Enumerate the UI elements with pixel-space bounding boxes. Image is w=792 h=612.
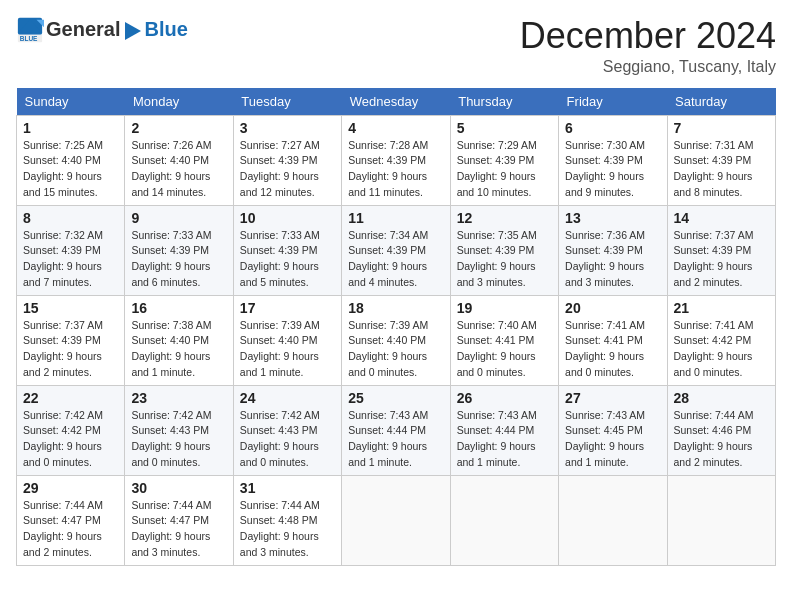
col-header-wednesday: Wednesday xyxy=(342,88,450,116)
calendar-cell: 19Sunrise: 7:40 AMSunset: 4:41 PMDayligh… xyxy=(450,295,558,385)
day-info: Sunrise: 7:41 AMSunset: 4:41 PMDaylight:… xyxy=(565,318,660,381)
day-number: 12 xyxy=(457,210,552,226)
day-number: 20 xyxy=(565,300,660,316)
calendar-cell: 10Sunrise: 7:33 AMSunset: 4:39 PMDayligh… xyxy=(233,205,341,295)
day-number: 28 xyxy=(674,390,769,406)
day-number: 15 xyxy=(23,300,118,316)
svg-marker-5 xyxy=(125,22,141,40)
calendar-cell: 9Sunrise: 7:33 AMSunset: 4:39 PMDaylight… xyxy=(125,205,233,295)
calendar-cell: 23Sunrise: 7:42 AMSunset: 4:43 PMDayligh… xyxy=(125,385,233,475)
logo-flag-icon xyxy=(121,20,143,42)
day-info: Sunrise: 7:42 AMSunset: 4:43 PMDaylight:… xyxy=(131,408,226,471)
calendar-cell: 22Sunrise: 7:42 AMSunset: 4:42 PMDayligh… xyxy=(17,385,125,475)
day-number: 6 xyxy=(565,120,660,136)
calendar-cell: 13Sunrise: 7:36 AMSunset: 4:39 PMDayligh… xyxy=(559,205,667,295)
day-number: 26 xyxy=(457,390,552,406)
day-info: Sunrise: 7:25 AMSunset: 4:40 PMDaylight:… xyxy=(23,138,118,201)
day-info: Sunrise: 7:26 AMSunset: 4:40 PMDaylight:… xyxy=(131,138,226,201)
calendar-cell: 11Sunrise: 7:34 AMSunset: 4:39 PMDayligh… xyxy=(342,205,450,295)
col-header-thursday: Thursday xyxy=(450,88,558,116)
location: Seggiano, Tuscany, Italy xyxy=(520,58,776,76)
calendar-header-row: SundayMondayTuesdayWednesdayThursdayFrid… xyxy=(17,88,776,116)
day-info: Sunrise: 7:39 AMSunset: 4:40 PMDaylight:… xyxy=(240,318,335,381)
day-number: 7 xyxy=(674,120,769,136)
calendar-cell: 6Sunrise: 7:30 AMSunset: 4:39 PMDaylight… xyxy=(559,115,667,205)
day-info: Sunrise: 7:42 AMSunset: 4:42 PMDaylight:… xyxy=(23,408,118,471)
day-info: Sunrise: 7:27 AMSunset: 4:39 PMDaylight:… xyxy=(240,138,335,201)
day-info: Sunrise: 7:39 AMSunset: 4:40 PMDaylight:… xyxy=(348,318,443,381)
day-number: 21 xyxy=(674,300,769,316)
day-number: 1 xyxy=(23,120,118,136)
title-block: December 2024 Seggiano, Tuscany, Italy xyxy=(520,16,776,76)
day-info: Sunrise: 7:37 AMSunset: 4:39 PMDaylight:… xyxy=(23,318,118,381)
calendar-cell: 12Sunrise: 7:35 AMSunset: 4:39 PMDayligh… xyxy=(450,205,558,295)
day-info: Sunrise: 7:38 AMSunset: 4:40 PMDaylight:… xyxy=(131,318,226,381)
day-info: Sunrise: 7:44 AMSunset: 4:47 PMDaylight:… xyxy=(23,498,118,561)
calendar-cell: 16Sunrise: 7:38 AMSunset: 4:40 PMDayligh… xyxy=(125,295,233,385)
day-info: Sunrise: 7:40 AMSunset: 4:41 PMDaylight:… xyxy=(457,318,552,381)
day-info: Sunrise: 7:36 AMSunset: 4:39 PMDaylight:… xyxy=(565,228,660,291)
day-number: 29 xyxy=(23,480,118,496)
day-info: Sunrise: 7:35 AMSunset: 4:39 PMDaylight:… xyxy=(457,228,552,291)
col-header-saturday: Saturday xyxy=(667,88,775,116)
calendar-cell: 18Sunrise: 7:39 AMSunset: 4:40 PMDayligh… xyxy=(342,295,450,385)
month-title: December 2024 xyxy=(520,16,776,56)
logo: BLUE GeneralBlue xyxy=(16,16,188,44)
col-header-friday: Friday xyxy=(559,88,667,116)
day-info: Sunrise: 7:44 AMSunset: 4:48 PMDaylight:… xyxy=(240,498,335,561)
calendar-cell: 28Sunrise: 7:44 AMSunset: 4:46 PMDayligh… xyxy=(667,385,775,475)
calendar-cell: 5Sunrise: 7:29 AMSunset: 4:39 PMDaylight… xyxy=(450,115,558,205)
calendar-cell: 27Sunrise: 7:43 AMSunset: 4:45 PMDayligh… xyxy=(559,385,667,475)
col-header-tuesday: Tuesday xyxy=(233,88,341,116)
day-info: Sunrise: 7:43 AMSunset: 4:44 PMDaylight:… xyxy=(457,408,552,471)
calendar-cell: 14Sunrise: 7:37 AMSunset: 4:39 PMDayligh… xyxy=(667,205,775,295)
calendar-cell: 30Sunrise: 7:44 AMSunset: 4:47 PMDayligh… xyxy=(125,475,233,565)
calendar-cell: 20Sunrise: 7:41 AMSunset: 4:41 PMDayligh… xyxy=(559,295,667,385)
calendar-row-1: 8Sunrise: 7:32 AMSunset: 4:39 PMDaylight… xyxy=(17,205,776,295)
day-info: Sunrise: 7:28 AMSunset: 4:39 PMDaylight:… xyxy=(348,138,443,201)
calendar-cell: 2Sunrise: 7:26 AMSunset: 4:40 PMDaylight… xyxy=(125,115,233,205)
day-info: Sunrise: 7:42 AMSunset: 4:43 PMDaylight:… xyxy=(240,408,335,471)
day-number: 30 xyxy=(131,480,226,496)
day-info: Sunrise: 7:32 AMSunset: 4:39 PMDaylight:… xyxy=(23,228,118,291)
calendar-cell: 4Sunrise: 7:28 AMSunset: 4:39 PMDaylight… xyxy=(342,115,450,205)
day-number: 11 xyxy=(348,210,443,226)
day-info: Sunrise: 7:44 AMSunset: 4:46 PMDaylight:… xyxy=(674,408,769,471)
day-number: 31 xyxy=(240,480,335,496)
calendar-cell xyxy=(559,475,667,565)
day-number: 23 xyxy=(131,390,226,406)
calendar-row-0: 1Sunrise: 7:25 AMSunset: 4:40 PMDaylight… xyxy=(17,115,776,205)
calendar-cell: 31Sunrise: 7:44 AMSunset: 4:48 PMDayligh… xyxy=(233,475,341,565)
calendar-cell: 25Sunrise: 7:43 AMSunset: 4:44 PMDayligh… xyxy=(342,385,450,475)
day-number: 19 xyxy=(457,300,552,316)
day-number: 3 xyxy=(240,120,335,136)
calendar-cell xyxy=(342,475,450,565)
day-info: Sunrise: 7:33 AMSunset: 4:39 PMDaylight:… xyxy=(131,228,226,291)
day-info: Sunrise: 7:43 AMSunset: 4:45 PMDaylight:… xyxy=(565,408,660,471)
day-number: 27 xyxy=(565,390,660,406)
calendar-cell: 21Sunrise: 7:41 AMSunset: 4:42 PMDayligh… xyxy=(667,295,775,385)
day-number: 2 xyxy=(131,120,226,136)
day-number: 13 xyxy=(565,210,660,226)
col-header-monday: Monday xyxy=(125,88,233,116)
day-number: 5 xyxy=(457,120,552,136)
calendar-cell: 29Sunrise: 7:44 AMSunset: 4:47 PMDayligh… xyxy=(17,475,125,565)
calendar-cell: 17Sunrise: 7:39 AMSunset: 4:40 PMDayligh… xyxy=(233,295,341,385)
day-info: Sunrise: 7:31 AMSunset: 4:39 PMDaylight:… xyxy=(674,138,769,201)
day-number: 22 xyxy=(23,390,118,406)
day-number: 17 xyxy=(240,300,335,316)
calendar-cell: 1Sunrise: 7:25 AMSunset: 4:40 PMDaylight… xyxy=(17,115,125,205)
calendar-cell: 15Sunrise: 7:37 AMSunset: 4:39 PMDayligh… xyxy=(17,295,125,385)
day-number: 10 xyxy=(240,210,335,226)
day-info: Sunrise: 7:30 AMSunset: 4:39 PMDaylight:… xyxy=(565,138,660,201)
day-number: 18 xyxy=(348,300,443,316)
calendar-table: SundayMondayTuesdayWednesdayThursdayFrid… xyxy=(16,88,776,566)
calendar-row-2: 15Sunrise: 7:37 AMSunset: 4:39 PMDayligh… xyxy=(17,295,776,385)
calendar-cell: 24Sunrise: 7:42 AMSunset: 4:43 PMDayligh… xyxy=(233,385,341,475)
day-info: Sunrise: 7:41 AMSunset: 4:42 PMDaylight:… xyxy=(674,318,769,381)
calendar-row-4: 29Sunrise: 7:44 AMSunset: 4:47 PMDayligh… xyxy=(17,475,776,565)
calendar-cell: 8Sunrise: 7:32 AMSunset: 4:39 PMDaylight… xyxy=(17,205,125,295)
day-number: 24 xyxy=(240,390,335,406)
day-info: Sunrise: 7:34 AMSunset: 4:39 PMDaylight:… xyxy=(348,228,443,291)
day-info: Sunrise: 7:37 AMSunset: 4:39 PMDaylight:… xyxy=(674,228,769,291)
